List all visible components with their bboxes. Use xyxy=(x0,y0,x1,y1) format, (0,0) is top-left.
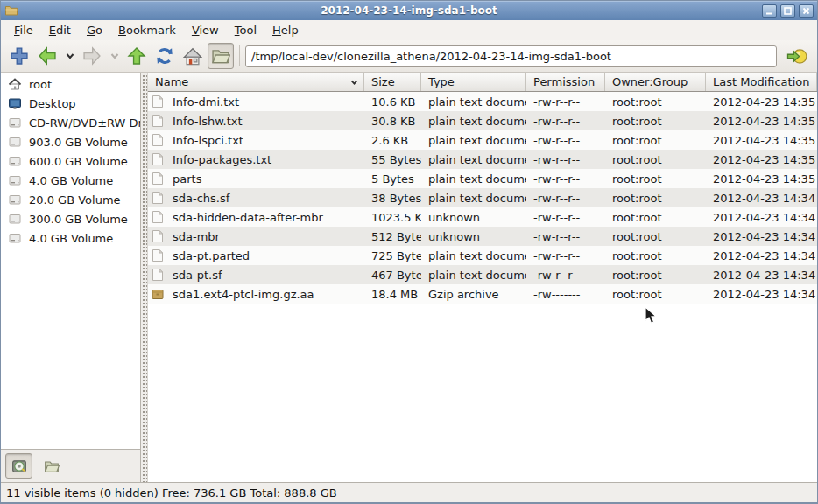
file-last-modification: 2012-04-23 14:35 xyxy=(706,111,817,130)
file-last-modification: 2012-04-23 14:34 xyxy=(706,227,817,246)
column-header-permission[interactable]: Permission xyxy=(526,73,605,91)
file-row[interactable]: parts 5 Bytes plain text document -rw-r-… xyxy=(148,169,817,188)
menu-item[interactable]: Tool xyxy=(227,22,264,38)
sidebar-item-label: 300.0 GB Volume xyxy=(29,213,128,226)
file-rows: Info-dmi.txt 10.6 KB plain text document… xyxy=(148,92,817,482)
folder-button[interactable] xyxy=(208,43,234,69)
file-type: unknown xyxy=(421,207,526,227)
tree-pane-button[interactable] xyxy=(38,453,65,479)
forward-history-dropdown[interactable] xyxy=(107,43,122,69)
maximize-button[interactable] xyxy=(780,4,795,18)
file-name: sda-hidden-data-after-mbr xyxy=(173,211,323,224)
file-last-modification: 2012-04-23 14:35 xyxy=(706,130,817,150)
column-header-name[interactable]: Name xyxy=(148,73,364,91)
file-owner-group: root:root xyxy=(605,111,706,130)
file-name: Info-lspci.txt xyxy=(173,134,243,147)
desktop-icon xyxy=(8,96,22,110)
sidebar-item-label: 903.0 GB Volume xyxy=(29,136,128,149)
refresh-button[interactable] xyxy=(152,43,178,69)
file-name: sda-chs.sf xyxy=(173,192,229,205)
file-last-modification: 2012-04-23 14:35 xyxy=(706,92,817,111)
file-row[interactable]: sda-hidden-data-after-mbr 1023.5 KB unkn… xyxy=(148,207,817,227)
file-owner-group: root:root xyxy=(605,92,706,111)
file-last-modification: 2012-04-23 14:35 xyxy=(706,150,817,169)
sidebar-item[interactable]: 600.0 GB Volume xyxy=(1,151,140,171)
file-permission: -rw-r--r-- xyxy=(526,130,605,150)
drive-icon xyxy=(8,135,22,149)
document-icon xyxy=(151,191,165,205)
sidebar-item[interactable]: root xyxy=(1,74,140,94)
file-row[interactable]: Info-lshw.txt 30.8 KB plain text documen… xyxy=(148,111,817,130)
column-header-type[interactable]: Type xyxy=(421,73,526,91)
file-type: plain text document xyxy=(421,111,526,130)
places-pane-button[interactable] xyxy=(5,453,32,479)
sidebar-item[interactable]: 20.0 GB Volume xyxy=(1,190,140,209)
file-owner-group: root:root xyxy=(605,246,706,265)
file-row[interactable]: Info-packages.txt 55 Bytes plain text do… xyxy=(148,150,817,169)
sidebar-item[interactable]: Desktop xyxy=(1,94,140,113)
column-header-size[interactable]: Size xyxy=(364,73,421,91)
sidebar-item-label: Desktop xyxy=(29,97,76,110)
go-button[interactable] xyxy=(784,43,810,69)
forward-button[interactable] xyxy=(79,43,105,69)
sidebar-item[interactable]: 4.0 GB Volume xyxy=(1,171,140,190)
document-icon xyxy=(151,152,165,166)
menu-item[interactable]: Bookmark xyxy=(110,22,184,38)
menu-item[interactable]: Edit xyxy=(41,22,79,38)
main-area: root Desktop CD-RW/DVD±RW Drive 903.0 GB… xyxy=(1,73,817,482)
file-row[interactable]: sda-chs.sf 38 Bytes plain text document … xyxy=(148,188,817,207)
arrow-right-icon xyxy=(82,46,102,66)
file-row[interactable]: sda-pt.sf 467 Bytes plain text document … xyxy=(148,265,817,284)
file-row[interactable]: sda-pt.parted 725 Bytes plain text docum… xyxy=(148,246,817,265)
home-button[interactable] xyxy=(180,43,206,69)
up-button[interactable] xyxy=(123,43,150,69)
back-button[interactable] xyxy=(34,43,60,69)
menubar: FileEditGoBookmarkViewToolHelp xyxy=(1,20,817,40)
sidebar-item[interactable]: CD-RW/DVD±RW Drive xyxy=(1,113,140,132)
sidebar-item[interactable]: 300.0 GB Volume xyxy=(1,209,140,228)
file-name-cell: sda-pt.sf xyxy=(148,265,364,284)
minimize-icon xyxy=(765,6,774,16)
file-last-modification: 2012-04-23 14:34 xyxy=(706,207,817,227)
file-name-cell: sda-mbr xyxy=(148,227,364,246)
column-header-last-modification[interactable]: Last Modification xyxy=(706,73,817,91)
close-button[interactable] xyxy=(799,4,814,18)
file-size: 55 Bytes xyxy=(364,150,421,169)
drive-icon xyxy=(8,212,22,226)
chevron-down-icon xyxy=(109,51,120,61)
file-permission: -rw-r--r-- xyxy=(526,111,605,130)
file-row[interactable]: Info-dmi.txt 10.6 KB plain text document… xyxy=(148,92,817,111)
file-size: 1023.5 KB xyxy=(364,207,421,227)
list-header: Name Size Type Permission Owner:Group La… xyxy=(148,73,817,92)
sidebar-item[interactable]: 903.0 GB Volume xyxy=(1,132,140,151)
location-path-input[interactable] xyxy=(245,46,777,67)
places-list: root Desktop CD-RW/DVD±RW Drive 903.0 GB… xyxy=(1,73,140,449)
file-permission: -rw-r--r-- xyxy=(526,227,605,246)
file-size: 38 Bytes xyxy=(364,188,421,207)
file-type: plain text document xyxy=(421,92,526,111)
document-icon xyxy=(151,94,165,108)
back-history-dropdown[interactable] xyxy=(62,43,77,69)
sidebar-item[interactable]: 4.0 GB Volume xyxy=(1,228,140,248)
home-icon xyxy=(8,77,22,91)
file-row[interactable]: sda-mbr 512 Bytes unknown -rw-r--r-- roo… xyxy=(148,227,817,246)
file-row[interactable]: Info-lspci.txt 2.6 KB plain text documen… xyxy=(148,130,817,150)
file-name: parts xyxy=(173,172,201,186)
minimize-button[interactable] xyxy=(762,4,777,18)
menu-item[interactable]: Go xyxy=(79,22,110,38)
column-header-owner-group[interactable]: Owner:Group xyxy=(605,73,706,91)
menu-item[interactable]: File xyxy=(6,22,41,38)
file-type: unknown xyxy=(421,227,526,246)
close-icon xyxy=(801,6,811,16)
file-type: Gzip archive xyxy=(421,284,526,304)
toolbar xyxy=(1,40,817,73)
new-tab-button[interactable] xyxy=(6,43,32,69)
file-permission: -rw-r--r-- xyxy=(526,207,605,227)
file-type: plain text document xyxy=(421,188,526,207)
file-last-modification: 2012-04-23 14:35 xyxy=(706,169,817,188)
menu-item[interactable]: View xyxy=(184,22,227,38)
pane-splitter[interactable] xyxy=(141,73,148,482)
menu-item[interactable]: Help xyxy=(264,22,307,38)
titlebar[interactable]: 2012-04-23-14-img-sda1-boot xyxy=(1,1,817,20)
file-row[interactable]: sda1.ext4-ptcl-img.gz.aa 18.4 MB Gzip ar… xyxy=(148,284,817,304)
